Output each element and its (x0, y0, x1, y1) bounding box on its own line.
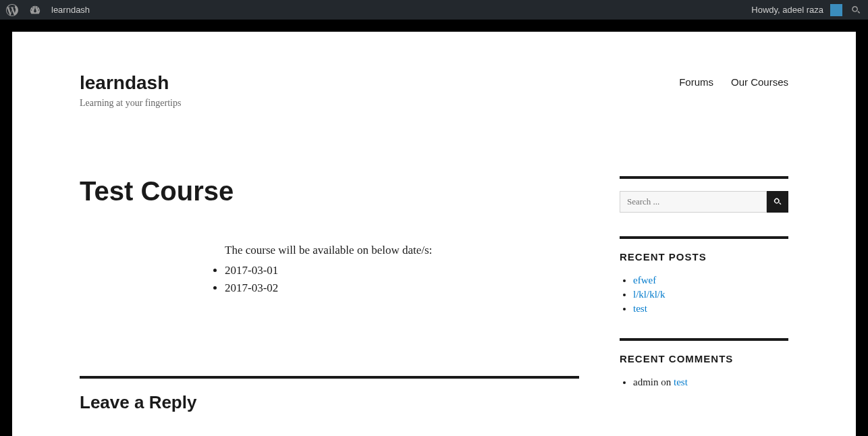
widget-divider (620, 338, 788, 341)
avatar[interactable] (830, 4, 842, 16)
widget-title: RECENT COMMENTS (620, 353, 788, 364)
admin-bar-left: learndash (5, 3, 90, 17)
site-branding: learndash Learning at your fingertips (80, 72, 181, 109)
date-list: 2017-03-01 2017-03-02 (225, 264, 579, 295)
dashboard-icon[interactable] (28, 3, 42, 17)
comment-author: admin (633, 377, 659, 387)
list-item: 2017-03-01 (225, 264, 579, 277)
list-item: test (633, 303, 788, 315)
widget-divider (620, 176, 788, 179)
sidebar: RECENT POSTS efwef l/kl/kl/k test RECENT… (620, 176, 788, 413)
nav-forums[interactable]: Forums (679, 76, 713, 88)
list-item: l/kl/kl/k (633, 289, 788, 300)
recent-comments-list: admin on test (620, 377, 788, 388)
admin-howdy[interactable]: Howdy, adeel raza (751, 5, 823, 15)
admin-search-icon[interactable] (849, 3, 863, 17)
main-nav: Forums Our Courses (679, 76, 788, 88)
page-title: Test Course (80, 176, 579, 207)
search-icon (773, 197, 782, 207)
search-button[interactable] (767, 191, 788, 213)
recent-posts-list: efwef l/kl/kl/k test (620, 275, 788, 315)
wp-admin-bar: learndash Howdy, adeel raza (0, 0, 868, 20)
list-item: 2017-03-02 (225, 281, 579, 295)
admin-bar-right: Howdy, adeel raza (751, 3, 863, 17)
recent-post-link[interactable]: test (633, 303, 647, 314)
search-form (620, 191, 788, 213)
wordpress-icon[interactable] (5, 3, 19, 17)
entry-intro: The course will be available on below da… (225, 244, 579, 257)
recent-post-link[interactable]: efwef (633, 275, 656, 285)
recent-posts-widget: RECENT POSTS efwef l/kl/kl/k test (620, 236, 788, 315)
page-inner: learndash Learning at your fingertips Fo… (12, 32, 856, 436)
comment-on: on (659, 377, 674, 387)
nav-courses[interactable]: Our Courses (731, 76, 788, 88)
list-item: efwef (633, 275, 788, 286)
entry-body: The course will be available on below da… (80, 244, 579, 295)
reply-divider (80, 376, 579, 379)
site-title[interactable]: learndash (80, 72, 181, 94)
widget-divider (620, 236, 788, 239)
reply-title: Leave a Reply (80, 392, 579, 413)
recent-comments-widget: RECENT COMMENTS admin on test (620, 338, 788, 388)
search-widget (620, 176, 788, 213)
site-tagline: Learning at your fingertips (80, 98, 181, 109)
main-content: Test Course The course will be available… (80, 176, 579, 413)
page-outer: learndash Learning at your fingertips Fo… (0, 20, 868, 436)
list-item: admin on test (633, 377, 788, 388)
content-wrap: Test Course The course will be available… (80, 176, 788, 413)
comment-post-link[interactable]: test (674, 377, 688, 387)
admin-site-name[interactable]: learndash (51, 5, 90, 15)
recent-post-link[interactable]: l/kl/kl/k (633, 289, 666, 300)
search-input[interactable] (620, 191, 767, 213)
widget-title: RECENT POSTS (620, 251, 788, 263)
site-header: learndash Learning at your fingertips Fo… (80, 72, 788, 109)
